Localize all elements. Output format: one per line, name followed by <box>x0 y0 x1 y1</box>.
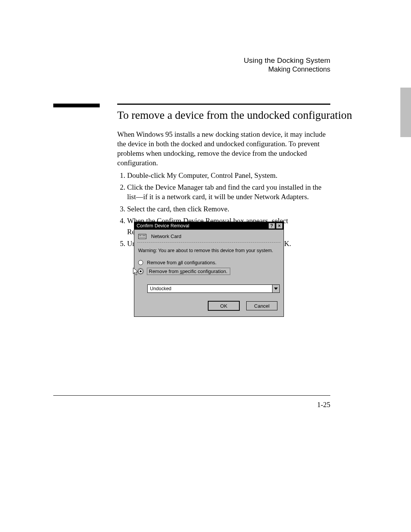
section-heading: To remove a device from the undocked con… <box>117 109 352 121</box>
svg-rect-3 <box>139 237 145 238</box>
radio-group: Remove from all configurations. Remove f… <box>134 257 284 278</box>
option-remove-specific-label: Remove from specific configuration. <box>147 268 230 275</box>
device-name-label: Network Card <box>134 230 284 242</box>
help-button[interactable]: ? <box>268 223 275 229</box>
dialog-title: Confirm Device Removal <box>137 223 268 228</box>
svg-rect-0 <box>139 234 146 239</box>
running-header: Using the Docking System Making Connecti… <box>244 56 330 73</box>
dialog-button-row: OK Cancel <box>134 296 284 316</box>
rule-top <box>117 104 330 105</box>
option-remove-all[interactable]: Remove from all configurations. <box>138 259 280 267</box>
dialog-figure: Confirm Device Removal ? × Network Card … <box>134 222 284 317</box>
radio-unchecked-icon <box>138 260 143 265</box>
rule-stub <box>53 104 100 107</box>
list-item: Double-click My Computer, Control Panel,… <box>127 171 330 180</box>
option-remove-all-label: Remove from all configurations. <box>147 260 217 265</box>
configuration-combobox[interactable]: Undocked <box>147 284 280 293</box>
ok-button[interactable]: OK <box>208 301 239 310</box>
list-item: Select the card, then click Remove. <box>127 204 330 214</box>
configuration-row: Undocked <box>134 278 284 296</box>
intro-paragraph: When Windows 95 installs a new docking s… <box>117 129 330 168</box>
cancel-button[interactable]: Cancel <box>246 301 277 310</box>
svg-rect-1 <box>139 235 142 236</box>
mouse-cursor-icon <box>132 267 141 276</box>
chevron-down-icon[interactable] <box>272 284 280 293</box>
close-button[interactable]: × <box>276 223 283 229</box>
help-icon: ? <box>270 224 273 228</box>
confirm-device-removal-dialog: Confirm Device Removal ? × Network Card … <box>134 222 284 317</box>
network-card-icon <box>138 233 147 240</box>
page-number: 1-25 <box>317 401 330 409</box>
header-section: Making Connections <box>244 66 330 73</box>
option-remove-specific[interactable]: Remove from specific configuration. <box>138 267 280 276</box>
page-thumb-tab <box>400 88 411 137</box>
configuration-value: Undocked <box>147 284 272 293</box>
close-icon: × <box>278 224 280 228</box>
footer-rule <box>53 395 330 396</box>
titlebar[interactable]: Confirm Device Removal ? × <box>134 222 284 230</box>
list-item: Click the Device Manager tab and find th… <box>127 182 330 201</box>
svg-rect-2 <box>142 235 145 236</box>
warning-text: Warning: You are about to remove this de… <box>134 243 284 257</box>
header-chapter: Using the Docking System <box>244 56 330 65</box>
